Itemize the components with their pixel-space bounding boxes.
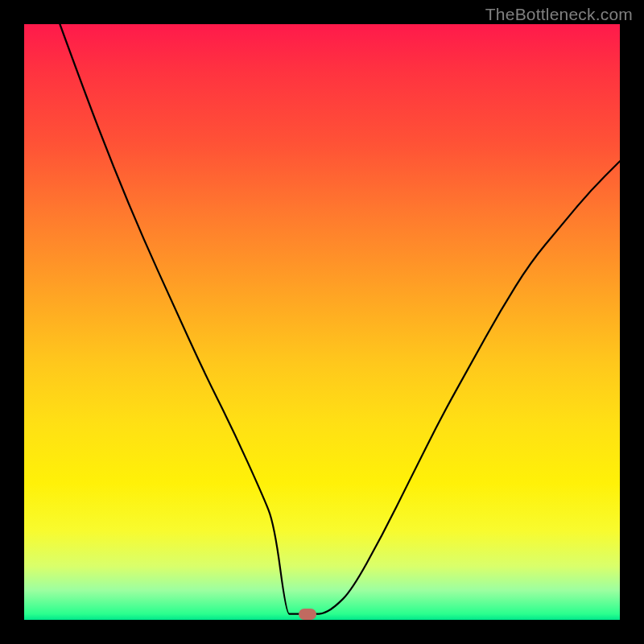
chart-frame: TheBottleneck.com: [0, 0, 644, 644]
optimum-marker: [299, 609, 316, 620]
plot-area: [24, 24, 620, 620]
curve-path: [60, 24, 620, 614]
bottleneck-curve: [24, 24, 620, 620]
watermark-text: TheBottleneck.com: [485, 5, 633, 24]
